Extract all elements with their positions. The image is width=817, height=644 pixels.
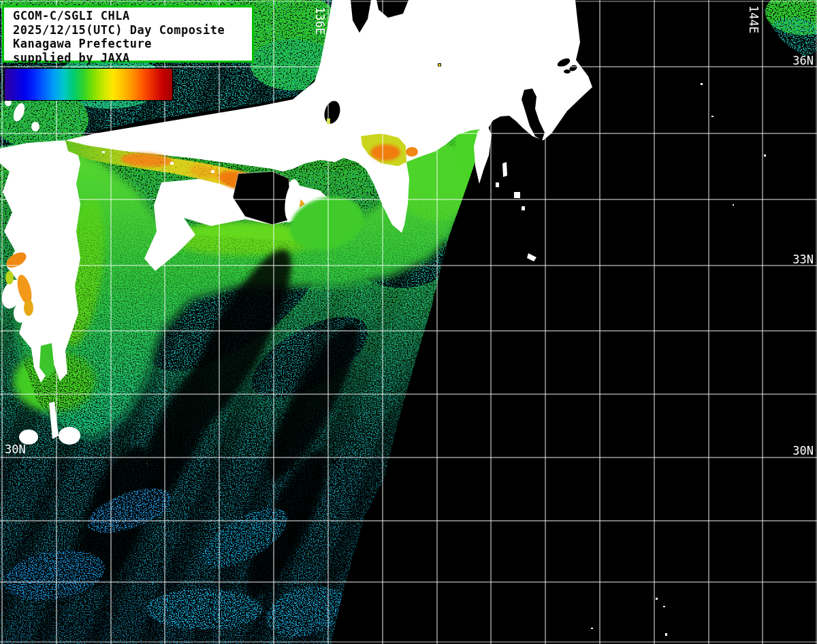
cloud-speck (733, 204, 734, 206)
label-33n: 33N (792, 253, 814, 266)
satellite-image-viewport: 136E 144E 36N 33N 30N 30N GCOM-C/SGLI CH… (0, 0, 817, 644)
cloud-speck (711, 116, 714, 117)
title-line-date: 2025/12/15(UTC) Day Composite (13, 23, 252, 37)
cloud-speck (701, 83, 703, 85)
label-36n: 36N (792, 54, 814, 67)
cloud-speck (764, 155, 766, 157)
title-line-product: GCOM-C/SGLI CHLA (13, 9, 252, 23)
label-30n-left: 30N (5, 442, 26, 456)
cloud-speck (656, 598, 658, 600)
cloud-speck (663, 606, 665, 607)
title-line-credit: supplied by JAXA (13, 51, 252, 65)
cloud-speck (665, 633, 667, 636)
title-line-region: Kanagawa Prefecture (13, 37, 252, 51)
izu-island-2 (496, 182, 499, 187)
cloud-speck (591, 628, 593, 629)
lake-suwa-bloom (438, 64, 440, 66)
izu-oshima-island (502, 162, 507, 177)
mikurajima-island (522, 206, 525, 210)
miyakejima-island (514, 192, 520, 198)
label-30n-right: 30N (792, 444, 814, 457)
label-144e: 144E (747, 5, 760, 33)
chlorophyll-colorbar (5, 69, 172, 100)
title-box: GCOM-C/SGLI CHLA 2025/12/15(UTC) Day Com… (2, 5, 254, 63)
iki-island (31, 122, 39, 131)
yakushima-island (59, 427, 80, 445)
label-136e: 136E (313, 7, 327, 35)
ise-bay-orange (370, 144, 400, 161)
mikawa-bay-orange (406, 147, 418, 157)
